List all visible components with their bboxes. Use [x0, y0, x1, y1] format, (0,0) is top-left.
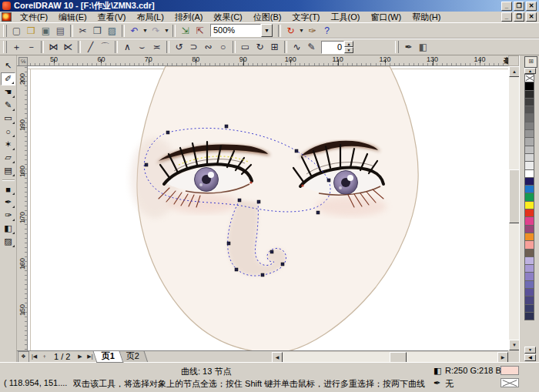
interactive-fill-tool[interactable]: ▨ — [1, 235, 15, 248]
palette-scroll-up-icon[interactable]: ▲ — [524, 68, 536, 74]
interactive-blend-tool[interactable]: ▤ — [1, 164, 15, 177]
zoom-level-value[interactable]: 500% — [210, 24, 261, 37]
zoom-dropdown-icon[interactable]: ▼ — [261, 24, 273, 37]
zoom-level-combo[interactable]: 500% ▼ — [210, 24, 273, 37]
curve-smoothness-spinner[interactable]: 0 ▲ ▼ — [321, 41, 353, 54]
color-swatch-2e3254[interactable] — [524, 312, 534, 320]
application-launcher-dropdown-icon[interactable]: ▼ — [298, 28, 305, 33]
horizontal-scrollbar[interactable]: ◀ ▶ — [272, 352, 508, 363]
title-bar[interactable]: CorelDRAW 10 - [F:\作业\ZMN3.cdr] _ ❐ ✕ — [0, 0, 539, 12]
menu-item-file[interactable]: 文件(F) — [15, 12, 53, 22]
import-button[interactable]: ⇲ — [178, 24, 192, 38]
horizontal-scroll-thumb[interactable] — [390, 352, 407, 363]
doc-restore-button[interactable]: ❐ — [514, 12, 524, 22]
align-nodes-button[interactable]: ⊞ — [267, 40, 282, 54]
vertical-scrollbar[interactable]: ▲ ▼ — [508, 66, 519, 350]
scroll-up-icon[interactable]: ▲ — [509, 66, 520, 77]
document-icon[interactable] — [2, 12, 12, 22]
eyedropper-button[interactable]: ✒ — [401, 40, 416, 54]
menu-item-bitmaps[interactable]: 位图(B) — [248, 12, 287, 22]
redo-button[interactable]: ↷ — [149, 24, 163, 38]
doc-minimize-button[interactable]: _ — [501, 12, 512, 22]
horizontal-ruler[interactable]: ℅ 毫米 5060708090100110120130140 — [17, 55, 519, 66]
menu-item-window[interactable]: 窗口(W) — [365, 12, 407, 22]
rotate-nodes-button[interactable]: ↻ — [253, 40, 267, 54]
minimize-button[interactable]: _ — [501, 2, 512, 11]
menu-item-help[interactable]: 帮助(H) — [407, 12, 446, 22]
join-nodes-button[interactable]: ⋈ — [46, 40, 61, 54]
fill-tool[interactable]: ◧ — [1, 222, 15, 235]
save-button[interactable]: ▣ — [38, 24, 53, 38]
auto-close-curve-button[interactable]: ○ — [216, 40, 230, 54]
break-curve-button[interactable]: ⋉ — [61, 40, 75, 54]
add-node-button[interactable]: ＋ — [9, 40, 24, 54]
application-launcher-button[interactable]: ↻ — [283, 24, 298, 38]
paste-button[interactable]: ▨ — [105, 24, 119, 38]
elastic-mode-button[interactable]: ∿ — [290, 40, 304, 54]
extend-curve-button[interactable]: ⊃ — [186, 40, 201, 54]
export-button[interactable]: ⇱ — [192, 24, 207, 38]
symmetrical-node-button[interactable]: ≍ — [149, 40, 164, 54]
vertical-scroll-thumb[interactable] — [509, 169, 520, 223]
spinner-down-icon[interactable]: ▼ — [344, 47, 353, 53]
ruler-origin-icon[interactable]: ℅ — [18, 57, 28, 66]
spinner-up-icon[interactable]: ▲ — [344, 41, 353, 47]
vertical-ruler[interactable]: 200190180170160150 — [17, 66, 28, 350]
polygon-tool[interactable]: ✶ — [1, 138, 15, 151]
menu-item-view[interactable]: 查看(V) — [92, 12, 132, 22]
convert-to-curve-button[interactable]: ⌒ — [98, 40, 112, 54]
doc-close-button[interactable]: ✕ — [526, 12, 537, 22]
minibar-grip[interactable] — [395, 41, 399, 53]
freehand-tool[interactable]: ✎ — [1, 99, 15, 112]
fill-dialog-tool[interactable]: ■ — [1, 183, 15, 196]
propbar-grip[interactable] — [3, 41, 7, 53]
print-button[interactable]: ▤ — [53, 24, 68, 38]
toolbar-grip[interactable] — [3, 25, 7, 37]
menu-item-layout[interactable]: 布局(L) — [131, 12, 169, 22]
palette-scroll-down-icon[interactable]: ▼ — [524, 347, 536, 353]
drawing-canvas[interactable] — [28, 66, 508, 350]
whats-this-help-button[interactable]: ? — [320, 24, 334, 38]
scroll-down-icon[interactable]: ▼ — [509, 340, 520, 350]
menu-item-tools[interactable]: 工具(O) — [326, 12, 366, 22]
cut-button[interactable]: ✂ — [75, 24, 90, 38]
scroll-left-icon[interactable]: ◀ — [272, 352, 283, 363]
menu-item-effects[interactable]: 效果(C) — [209, 12, 248, 22]
eyedropper-tool[interactable]: ✒ — [1, 196, 15, 209]
curve-smoothness-value[interactable]: 0 — [321, 41, 344, 54]
rectangle-tool[interactable]: ▭ — [1, 112, 15, 125]
next-page-button[interactable]: ▶ — [75, 352, 85, 362]
paintbucket-button[interactable]: ◧ — [416, 40, 430, 54]
page-tab-页1[interactable]: 页1 — [93, 351, 124, 363]
basic-shapes-tool[interactable]: ▱ — [1, 151, 15, 164]
convert-to-line-button[interactable]: ╱ — [83, 40, 98, 54]
shape-tool[interactable]: ✐ — [1, 72, 15, 85]
new-button[interactable]: ▢ — [9, 24, 24, 38]
delete-node-button[interactable]: － — [24, 40, 38, 54]
undo-dropdown-icon[interactable]: ▼ — [142, 28, 149, 33]
palette-expand-icon[interactable]: ◀ — [524, 354, 536, 361]
outline-tool[interactable]: ✑ — [1, 209, 15, 222]
close-button[interactable]: ✕ — [526, 2, 537, 11]
scroll-right-icon[interactable]: ▶ — [497, 352, 508, 363]
open-button[interactable]: ❒ — [24, 24, 38, 38]
select-all-nodes-button[interactable]: ✎ — [304, 40, 319, 54]
copy-button[interactable]: ❐ — [90, 24, 105, 38]
add-page-button[interactable]: ＋ — [39, 352, 49, 362]
extract-subpath-button[interactable]: ∾ — [201, 40, 216, 54]
menu-item-arrange[interactable]: 排列(A) — [169, 12, 209, 22]
cusp-node-button[interactable]: ∧ — [120, 40, 135, 54]
palette-options-icon[interactable]: ⊞ — [524, 56, 537, 68]
ellipse-tool[interactable]: ○ — [1, 125, 15, 138]
undo-button[interactable]: ↶ — [127, 24, 142, 38]
smooth-node-button[interactable]: ⌣ — [135, 40, 149, 54]
reverse-direction-button[interactable]: ↺ — [172, 40, 186, 54]
zoom-pan-tool[interactable]: ☚ — [1, 85, 15, 99]
redo-dropdown-icon[interactable]: ▼ — [163, 28, 170, 33]
stretch-nodes-button[interactable]: ▭ — [238, 40, 253, 54]
menu-item-text[interactable]: 文字(T) — [286, 12, 325, 22]
menu-item-edit[interactable]: 编辑(E) — [53, 12, 92, 22]
restore-button[interactable]: ❐ — [514, 2, 524, 11]
object-flag-icon[interactable]: ❖ — [18, 351, 29, 363]
first-page-button[interactable]: |◀ — [29, 352, 39, 362]
